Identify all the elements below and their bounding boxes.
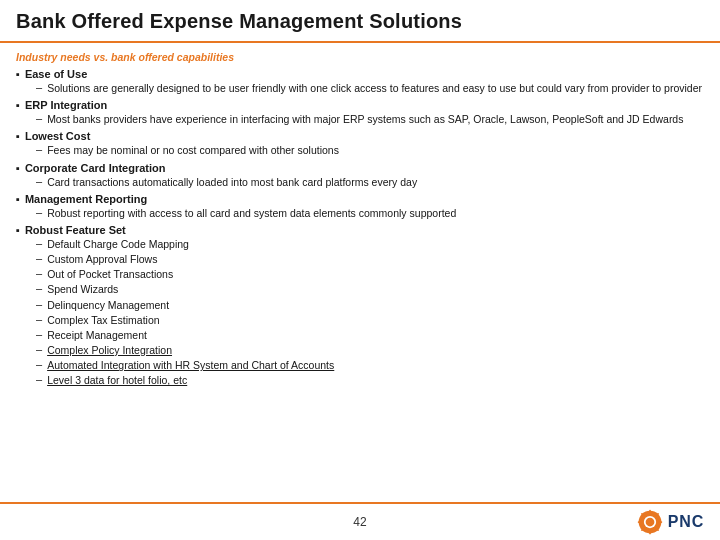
sub-bullet-item: – Receipt Management (36, 328, 704, 342)
slide-title: Bank Offered Expense Management Solution… (16, 10, 704, 33)
sub-bullet-item: – Default Charge Code Mapping (36, 237, 704, 251)
pnc-logo-text: PNC (668, 513, 704, 531)
dash-icon: – (36, 328, 42, 340)
section-erp: ▪ ERP Integration – Most banks providers… (16, 99, 704, 126)
sub-bullet-text-underline: Complex Policy Integration (47, 343, 172, 357)
dash-icon: – (36, 282, 42, 294)
svg-rect-6 (649, 530, 651, 534)
main-bullet-label: Corporate Card Integration (25, 162, 166, 174)
section-lowest-cost: ▪ Lowest Cost – Fees may be nominal or n… (16, 130, 704, 157)
slide-content: Industry needs vs. bank offered capabili… (0, 43, 720, 502)
sub-bullet-text: Most banks providers have experience in … (47, 112, 683, 126)
sub-bullet-text: Fees may be nominal or no cost compared … (47, 143, 339, 157)
sub-bullet-item: – Card transactions automatically loaded… (36, 175, 704, 189)
sub-bullet-item: – Fees may be nominal or no cost compare… (36, 143, 704, 157)
sub-bullets-robust-feature-set: – Default Charge Code Mapping – Custom A… (36, 237, 704, 388)
dash-icon: – (36, 206, 42, 218)
sub-bullet-text: Custom Approval Flows (47, 252, 157, 266)
dash-icon: – (36, 358, 42, 370)
page-number: 42 (353, 515, 366, 529)
bullet-marker: ▪ (16, 68, 20, 80)
dash-icon: – (36, 175, 42, 187)
sub-bullet-text: Robust reporting with access to all card… (47, 206, 456, 220)
sub-bullet-item: – Level 3 data for hotel folio, etc (36, 373, 704, 387)
sub-bullet-text: Delinquency Management (47, 298, 169, 312)
sub-bullet-item: – Most banks providers have experience i… (36, 112, 704, 126)
dash-icon: – (36, 81, 42, 93)
sub-bullet-item: – Solutions are generally designed to be… (36, 81, 704, 95)
section-robust-feature-set: ▪ Robust Feature Set – Default Charge Co… (16, 224, 704, 388)
bullet-marker: ▪ (16, 193, 20, 205)
sub-bullet-text-underline: Level 3 data for hotel folio, etc (47, 373, 187, 387)
main-bullet-label: Ease of Use (25, 68, 87, 80)
sub-bullet-item: – Custom Approval Flows (36, 252, 704, 266)
subtitle: Industry needs vs. bank offered capabili… (16, 51, 704, 63)
main-bullet-erp: ▪ ERP Integration (16, 99, 704, 111)
slide: Bank Offered Expense Management Solution… (0, 0, 720, 540)
sub-bullet-item: – Spend Wizards (36, 282, 704, 296)
main-bullet-management-reporting: ▪ Management Reporting (16, 193, 704, 205)
sub-bullet-text-underline: Automated Integration with HR System and… (47, 358, 334, 372)
svg-point-10 (645, 518, 654, 527)
sub-bullet-text: Complex Tax Estimation (47, 313, 159, 327)
bullet-marker: ▪ (16, 99, 20, 111)
main-bullet-label: Lowest Cost (25, 130, 90, 142)
dash-icon: – (36, 298, 42, 310)
sub-bullets-management-reporting: – Robust reporting with access to all ca… (36, 206, 704, 220)
bullet-marker: ▪ (16, 130, 20, 142)
dash-icon: – (36, 143, 42, 155)
sub-bullet-text: Card transactions automatically loaded i… (47, 175, 417, 189)
section-management-reporting: ▪ Management Reporting – Robust reportin… (16, 193, 704, 220)
sub-bullet-text: Spend Wizards (47, 282, 118, 296)
sub-bullets-corporate-card: – Card transactions automatically loaded… (36, 175, 704, 189)
bullet-marker: ▪ (16, 162, 20, 174)
sub-bullets-lowest-cost: – Fees may be nominal or no cost compare… (36, 143, 704, 157)
sub-bullet-item: – Complex Policy Integration (36, 343, 704, 357)
sub-bullet-text: Receipt Management (47, 328, 147, 342)
main-bullet-robust-feature-set: ▪ Robust Feature Set (16, 224, 704, 236)
dash-icon: – (36, 252, 42, 264)
dash-icon: – (36, 313, 42, 325)
sub-bullet-text: Solutions are generally designed to be u… (47, 81, 702, 95)
svg-rect-8 (638, 521, 642, 523)
dash-icon: – (36, 267, 42, 279)
pnc-logo: PNC (636, 508, 704, 536)
pnc-logo-icon (636, 508, 664, 536)
sub-bullet-item: – Complex Tax Estimation (36, 313, 704, 327)
section-corporate-card: ▪ Corporate Card Integration – Card tran… (16, 162, 704, 189)
slide-footer: 42 PNC (0, 502, 720, 540)
main-bullet-lowest-cost: ▪ Lowest Cost (16, 130, 704, 142)
slide-header: Bank Offered Expense Management Solution… (0, 0, 720, 43)
sub-bullet-item: – Delinquency Management (36, 298, 704, 312)
dash-icon: – (36, 237, 42, 249)
sub-bullet-item: – Robust reporting with access to all ca… (36, 206, 704, 220)
sub-bullet-text: Default Charge Code Mapping (47, 237, 189, 251)
dash-icon: – (36, 343, 42, 355)
sub-bullet-text: Out of Pocket Transactions (47, 267, 173, 281)
sub-bullets-erp: – Most banks providers have experience i… (36, 112, 704, 126)
main-bullet-label: Robust Feature Set (25, 224, 126, 236)
dash-icon: – (36, 112, 42, 124)
main-bullet-ease-of-use: ▪ Ease of Use (16, 68, 704, 80)
sub-bullet-item: – Automated Integration with HR System a… (36, 358, 704, 372)
main-bullet-label: ERP Integration (25, 99, 107, 111)
sub-bullets-ease-of-use: – Solutions are generally designed to be… (36, 81, 704, 95)
dash-icon: – (36, 373, 42, 385)
section-ease-of-use: ▪ Ease of Use – Solutions are generally … (16, 68, 704, 95)
main-bullet-corporate-card: ▪ Corporate Card Integration (16, 162, 704, 174)
svg-rect-2 (649, 510, 651, 514)
sub-bullet-item: – Out of Pocket Transactions (36, 267, 704, 281)
bullet-marker: ▪ (16, 224, 20, 236)
svg-rect-4 (658, 521, 662, 523)
main-bullet-label: Management Reporting (25, 193, 147, 205)
